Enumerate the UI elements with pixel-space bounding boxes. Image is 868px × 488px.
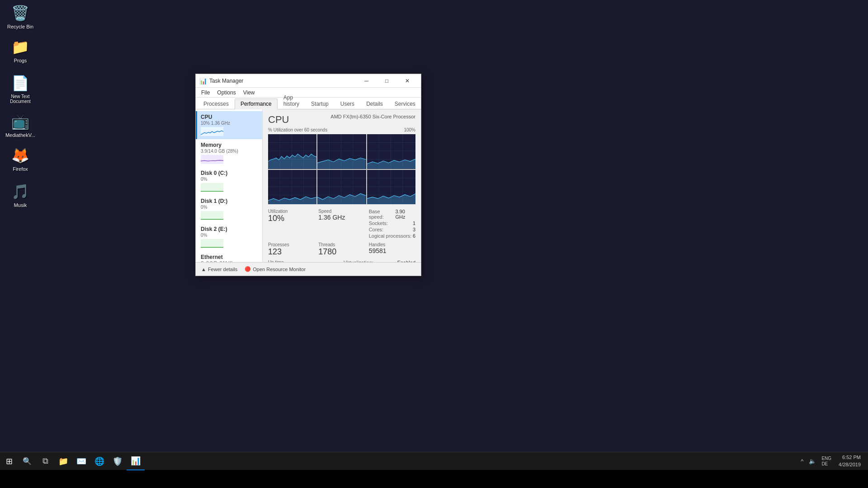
desktop-icon-label: Recycle Bin [7, 24, 33, 29]
folder-icon: 📁 [11, 38, 29, 56]
cpu-core-graph-3 [367, 134, 415, 169]
device-ethernet-name: Ethernet [201, 254, 259, 260]
desktop-icon-firefox[interactable]: 🦊 Firefox [2, 145, 38, 174]
content-area: CPU 10% 1.36 GHz Memory 3.9/14.0 GB (28%… [196, 109, 421, 262]
tab-details[interactable]: Details [360, 99, 389, 109]
taskbar-task-view[interactable]: ⧉ [36, 452, 54, 470]
stats-row-1: Utilization 10% Speed 1.36 GHz Base spee… [268, 209, 415, 239]
taskbar-app1[interactable]: 🛡️ [108, 452, 127, 470]
tab-users[interactable]: Users [335, 99, 360, 109]
device-memory[interactable]: Memory 3.9/14.0 GB (28%) [196, 139, 262, 167]
desktop-icon-label: Progs [14, 58, 27, 63]
svg-rect-1 [201, 155, 223, 164]
open-monitor-label: Open Resource Monitor [253, 267, 306, 272]
menu-view[interactable]: View [240, 89, 259, 97]
device-disk2-detail: 0% [201, 233, 259, 238]
disk1-mini-graph [201, 211, 223, 221]
search-button[interactable]: 🔍 [18, 452, 36, 470]
device-memory-detail: 3.9/14.0 GB (28%) [201, 149, 259, 154]
tab-startup[interactable]: Startup [305, 99, 335, 109]
device-cpu[interactable]: CPU 10% 1.36 GHz [196, 111, 262, 139]
taskbar-file-explorer[interactable]: 📁 [54, 452, 72, 470]
stat-utilization: Utilization 10% [268, 209, 315, 239]
taskbar-task-manager[interactable]: 📊 [127, 452, 145, 470]
tab-bar: Processes Performance App history Startu… [196, 98, 421, 109]
device-disk0[interactable]: Disk 0 (C:) 0% [196, 167, 262, 195]
title-bar: 📊 Task Manager ─ □ ✕ [196, 74, 421, 88]
base-speed-label: Base speed: [369, 209, 396, 220]
taskbar-mail[interactable]: ✉️ [72, 452, 90, 470]
sockets-label: Sockets: [369, 221, 388, 226]
device-cpu-name: CPU [201, 114, 259, 120]
close-button[interactable]: ✕ [397, 74, 417, 88]
device-cpu-detail: 10% 1.36 GHz [201, 121, 259, 126]
desktop-icon-recycle-bin[interactable]: 🗑️ Recycle Bin [2, 2, 38, 31]
desktop-icon-label: Firefox [13, 166, 28, 172]
svg-rect-2 [201, 183, 223, 192]
bottom-bar: ▲ Fewer details 🔴 Open Resource Monitor [196, 262, 421, 276]
desktop-icon-label: Musik [14, 202, 27, 208]
tray-expand[interactable]: ^ [799, 457, 805, 465]
device-ethernet[interactable]: Ethernet S: 8.0 R: 344 Kbps [196, 251, 262, 262]
recycle-bin-icon: 🗑️ [11, 4, 29, 22]
menu-bar: File Options View [196, 88, 421, 98]
tray-speaker[interactable]: 🔈 [807, 457, 818, 465]
tab-app-history[interactable]: App history [278, 92, 305, 109]
resource-monitor-icon: 🔴 [245, 266, 251, 272]
fewer-details-link[interactable]: ▲ Fewer details [201, 267, 237, 272]
desktop-icon-label: MediathekV... [5, 132, 35, 138]
tray-language[interactable]: ENGDE [820, 456, 833, 467]
disk2-mini-graph [201, 239, 223, 249]
handles-label: Handles [369, 242, 415, 247]
speed-label: Speed [318, 209, 365, 214]
desktop-icon-label: New Text Document [4, 94, 37, 104]
tray-clock[interactable]: 6:52 PM 4/28/2019 [835, 454, 864, 468]
device-disk2-name: Disk 2 (E:) [201, 226, 259, 232]
maximize-button[interactable]: □ [377, 74, 397, 88]
music-icon: 🎵 [11, 183, 29, 201]
stat-threads: Threads 1780 [318, 242, 365, 257]
firefox-icon: 🦊 [11, 146, 29, 164]
cpu-graph-grid [268, 134, 415, 204]
cpu-core-graph-4 [268, 170, 316, 205]
stat-basespeed: Base speed: 3.90 GHz Sockets: 1 Cores: 3 [369, 209, 415, 239]
logical-val: 6 [413, 233, 415, 239]
cpu-core-graph-5 [317, 170, 366, 205]
cores-val: 3 [413, 227, 415, 232]
desktop-icon-mediathek[interactable]: 📺 MediathekV... [2, 111, 38, 140]
tab-services[interactable]: Services [389, 99, 421, 109]
device-disk0-name: Disk 0 (C:) [201, 170, 259, 176]
svg-rect-4 [201, 239, 223, 248]
svg-rect-3 [201, 211, 223, 220]
task-manager-window: 📊 Task Manager ─ □ ✕ File Options View P… [195, 74, 421, 276]
disk0-mini-graph [201, 183, 223, 192]
start-button[interactable]: ⊞ [0, 452, 18, 470]
base-speed-val: 3.90 GHz [395, 209, 415, 220]
cpu-mini-graph [201, 127, 223, 136]
minimize-button[interactable]: ─ [356, 74, 377, 88]
desktop-icon-musik[interactable]: 🎵 Musik [2, 181, 38, 210]
device-disk0-detail: 0% [201, 177, 259, 182]
processes-value: 123 [268, 247, 315, 257]
menu-options[interactable]: Options [213, 89, 239, 97]
tab-processes[interactable]: Processes [198, 99, 235, 109]
clock-date: 4/28/2019 [839, 461, 861, 468]
desktop-icon-new-text[interactable]: 📄 New Text Document [2, 72, 38, 106]
util-label: % Utilization over 60 seconds [268, 127, 327, 132]
speed-value: 1.36 GHz [318, 214, 365, 221]
open-resource-monitor-link[interactable]: 🔴 Open Resource Monitor [245, 266, 306, 272]
logical-label: Logical processors: [369, 233, 412, 239]
tab-performance[interactable]: Performance [235, 99, 278, 109]
handles-value: 59581 [369, 247, 415, 255]
threads-value: 1780 [318, 247, 365, 257]
stats-row-2: Processes 123 Threads 1780 Handles 59581 [268, 242, 415, 257]
cores-label: Cores: [369, 227, 383, 232]
cpu-model: AMD FX(tm)-6350 Six-Core Processor [330, 114, 415, 119]
menu-file[interactable]: File [198, 89, 213, 97]
cpu-title: CPU [268, 114, 289, 126]
taskbar-chrome[interactable]: 🌐 [90, 452, 108, 470]
device-disk2[interactable]: Disk 2 (E:) 0% [196, 223, 262, 251]
window-controls: ─ □ ✕ [356, 74, 417, 88]
desktop-icon-progs[interactable]: 📁 Progs [2, 36, 38, 65]
device-disk1[interactable]: Disk 1 (D:) 0% [196, 195, 262, 223]
